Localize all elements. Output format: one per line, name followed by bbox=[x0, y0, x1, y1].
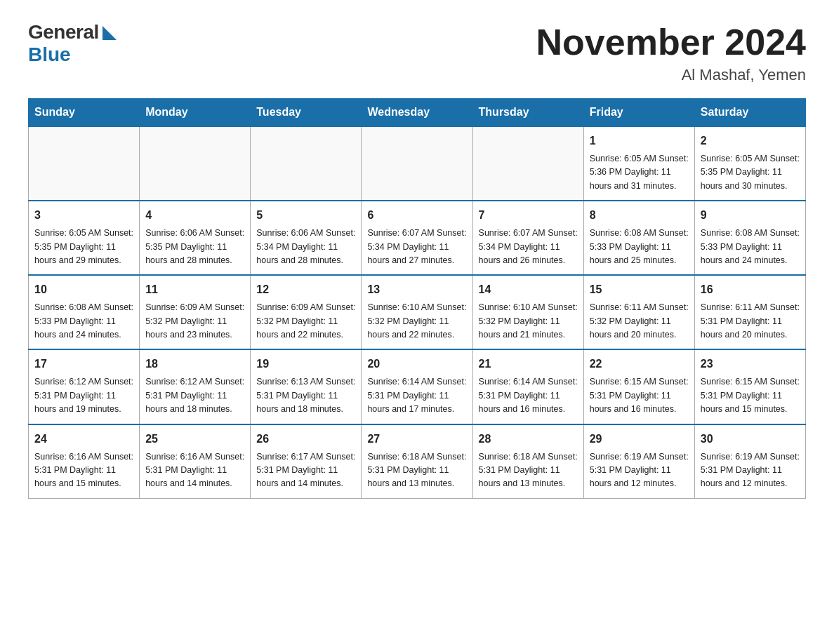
day-number: 16 bbox=[701, 281, 800, 298]
calendar-week-row: 10Sunrise: 6:08 AM Sunset: 5:33 PM Dayli… bbox=[29, 275, 806, 349]
day-info: Sunrise: 6:11 AM Sunset: 5:32 PM Dayligh… bbox=[590, 301, 689, 342]
page-header: General Blue November 2024 Al Mashaf, Ye… bbox=[28, 21, 806, 84]
table-row: 22Sunrise: 6:15 AM Sunset: 5:31 PM Dayli… bbox=[583, 349, 694, 424]
table-row: 6Sunrise: 6:07 AM Sunset: 5:34 PM Daylig… bbox=[362, 201, 472, 275]
table-row: 12Sunrise: 6:09 AM Sunset: 5:32 PM Dayli… bbox=[251, 275, 362, 349]
day-info: Sunrise: 6:08 AM Sunset: 5:33 PM Dayligh… bbox=[590, 227, 689, 267]
table-row: 7Sunrise: 6:07 AM Sunset: 5:34 PM Daylig… bbox=[472, 201, 583, 275]
day-info: Sunrise: 6:15 AM Sunset: 5:31 PM Dayligh… bbox=[701, 375, 800, 416]
day-number: 15 bbox=[590, 281, 689, 298]
day-info: Sunrise: 6:07 AM Sunset: 5:34 PM Dayligh… bbox=[367, 227, 466, 267]
table-row bbox=[29, 126, 140, 201]
table-row: 15Sunrise: 6:11 AM Sunset: 5:32 PM Dayli… bbox=[583, 275, 694, 349]
day-number: 14 bbox=[479, 281, 578, 298]
logo-general-text: General bbox=[28, 21, 99, 43]
col-tuesday: Tuesday bbox=[251, 99, 362, 127]
day-number: 6 bbox=[367, 207, 466, 224]
calendar-week-row: 1Sunrise: 6:05 AM Sunset: 5:36 PM Daylig… bbox=[29, 126, 806, 201]
col-sunday: Sunday bbox=[29, 99, 140, 127]
day-number: 24 bbox=[34, 431, 133, 448]
table-row: 21Sunrise: 6:14 AM Sunset: 5:31 PM Dayli… bbox=[472, 349, 583, 424]
day-info: Sunrise: 6:08 AM Sunset: 5:33 PM Dayligh… bbox=[34, 301, 133, 342]
day-number: 7 bbox=[479, 207, 578, 224]
day-number: 22 bbox=[590, 356, 689, 373]
table-row: 4Sunrise: 6:06 AM Sunset: 5:35 PM Daylig… bbox=[140, 201, 251, 275]
table-row: 11Sunrise: 6:09 AM Sunset: 5:32 PM Dayli… bbox=[140, 275, 251, 349]
day-info: Sunrise: 6:09 AM Sunset: 5:32 PM Dayligh… bbox=[145, 301, 244, 342]
logo-blue-text: Blue bbox=[28, 43, 71, 66]
day-info: Sunrise: 6:14 AM Sunset: 5:31 PM Dayligh… bbox=[367, 375, 466, 416]
day-info: Sunrise: 6:16 AM Sunset: 5:31 PM Dayligh… bbox=[145, 450, 244, 491]
col-thursday: Thursday bbox=[472, 99, 583, 127]
day-number: 18 bbox=[145, 356, 244, 373]
day-number: 12 bbox=[256, 281, 355, 298]
day-info: Sunrise: 6:18 AM Sunset: 5:31 PM Dayligh… bbox=[367, 450, 466, 491]
table-row: 17Sunrise: 6:12 AM Sunset: 5:31 PM Dayli… bbox=[29, 349, 140, 424]
day-info: Sunrise: 6:10 AM Sunset: 5:32 PM Dayligh… bbox=[367, 301, 466, 342]
table-row: 1Sunrise: 6:05 AM Sunset: 5:36 PM Daylig… bbox=[583, 126, 694, 201]
day-info: Sunrise: 6:05 AM Sunset: 5:35 PM Dayligh… bbox=[701, 152, 800, 193]
col-saturday: Saturday bbox=[694, 99, 805, 127]
table-row: 29Sunrise: 6:19 AM Sunset: 5:31 PM Dayli… bbox=[583, 424, 694, 499]
location-text: Al Mashaf, Yemen bbox=[536, 66, 806, 84]
table-row: 8Sunrise: 6:08 AM Sunset: 5:33 PM Daylig… bbox=[583, 201, 694, 275]
day-number: 10 bbox=[34, 281, 133, 298]
day-number: 25 bbox=[145, 431, 244, 448]
day-info: Sunrise: 6:12 AM Sunset: 5:31 PM Dayligh… bbox=[145, 375, 244, 416]
logo: General Blue bbox=[28, 21, 117, 66]
table-row bbox=[362, 126, 472, 201]
month-title: November 2024 bbox=[536, 21, 806, 63]
day-info: Sunrise: 6:07 AM Sunset: 5:34 PM Dayligh… bbox=[479, 227, 578, 267]
table-row: 27Sunrise: 6:18 AM Sunset: 5:31 PM Dayli… bbox=[362, 424, 472, 499]
day-number: 2 bbox=[701, 133, 800, 149]
day-number: 29 bbox=[590, 431, 689, 448]
col-wednesday: Wednesday bbox=[362, 99, 472, 127]
day-info: Sunrise: 6:11 AM Sunset: 5:31 PM Dayligh… bbox=[701, 301, 800, 342]
day-info: Sunrise: 6:19 AM Sunset: 5:31 PM Dayligh… bbox=[701, 450, 800, 491]
day-info: Sunrise: 6:10 AM Sunset: 5:32 PM Dayligh… bbox=[479, 301, 578, 342]
day-number: 11 bbox=[145, 281, 244, 298]
col-friday: Friday bbox=[583, 99, 694, 127]
day-number: 27 bbox=[367, 431, 466, 448]
day-info: Sunrise: 6:06 AM Sunset: 5:35 PM Dayligh… bbox=[145, 227, 244, 267]
table-row: 3Sunrise: 6:05 AM Sunset: 5:35 PM Daylig… bbox=[29, 201, 140, 275]
day-number: 20 bbox=[367, 356, 466, 373]
day-info: Sunrise: 6:15 AM Sunset: 5:31 PM Dayligh… bbox=[590, 375, 689, 416]
table-row: 18Sunrise: 6:12 AM Sunset: 5:31 PM Dayli… bbox=[140, 349, 251, 424]
day-number: 5 bbox=[256, 207, 355, 224]
day-info: Sunrise: 6:13 AM Sunset: 5:31 PM Dayligh… bbox=[256, 375, 355, 416]
table-row: 10Sunrise: 6:08 AM Sunset: 5:33 PM Dayli… bbox=[29, 275, 140, 349]
day-number: 9 bbox=[701, 207, 800, 224]
table-row bbox=[140, 126, 251, 201]
day-number: 26 bbox=[256, 431, 355, 448]
table-row: 20Sunrise: 6:14 AM Sunset: 5:31 PM Dayli… bbox=[362, 349, 472, 424]
day-number: 17 bbox=[34, 356, 133, 373]
title-block: November 2024 Al Mashaf, Yemen bbox=[536, 21, 806, 84]
day-info: Sunrise: 6:16 AM Sunset: 5:31 PM Dayligh… bbox=[34, 450, 133, 491]
day-number: 28 bbox=[479, 431, 578, 448]
day-number: 21 bbox=[479, 356, 578, 373]
day-info: Sunrise: 6:09 AM Sunset: 5:32 PM Dayligh… bbox=[256, 301, 355, 342]
day-info: Sunrise: 6:05 AM Sunset: 5:36 PM Dayligh… bbox=[590, 152, 689, 193]
day-info: Sunrise: 6:05 AM Sunset: 5:35 PM Dayligh… bbox=[34, 227, 133, 267]
table-row: 30Sunrise: 6:19 AM Sunset: 5:31 PM Dayli… bbox=[694, 424, 805, 499]
table-row: 2Sunrise: 6:05 AM Sunset: 5:35 PM Daylig… bbox=[694, 126, 805, 201]
day-info: Sunrise: 6:14 AM Sunset: 5:31 PM Dayligh… bbox=[479, 375, 578, 416]
day-number: 13 bbox=[367, 281, 466, 298]
calendar-week-row: 17Sunrise: 6:12 AM Sunset: 5:31 PM Dayli… bbox=[29, 349, 806, 424]
day-number: 30 bbox=[701, 431, 800, 448]
table-row bbox=[472, 126, 583, 201]
table-row: 13Sunrise: 6:10 AM Sunset: 5:32 PM Dayli… bbox=[362, 275, 472, 349]
table-row: 23Sunrise: 6:15 AM Sunset: 5:31 PM Dayli… bbox=[694, 349, 805, 424]
calendar-header-row: Sunday Monday Tuesday Wednesday Thursday… bbox=[29, 99, 806, 127]
table-row: 28Sunrise: 6:18 AM Sunset: 5:31 PM Dayli… bbox=[472, 424, 583, 499]
day-info: Sunrise: 6:08 AM Sunset: 5:33 PM Dayligh… bbox=[701, 227, 800, 267]
day-number: 1 bbox=[590, 133, 689, 149]
calendar-table: Sunday Monday Tuesday Wednesday Thursday… bbox=[28, 98, 806, 499]
table-row: 14Sunrise: 6:10 AM Sunset: 5:32 PM Dayli… bbox=[472, 275, 583, 349]
table-row bbox=[251, 126, 362, 201]
day-number: 4 bbox=[145, 207, 244, 224]
day-info: Sunrise: 6:12 AM Sunset: 5:31 PM Dayligh… bbox=[34, 375, 133, 416]
calendar-week-row: 24Sunrise: 6:16 AM Sunset: 5:31 PM Dayli… bbox=[29, 424, 806, 499]
day-number: 3 bbox=[34, 207, 133, 224]
